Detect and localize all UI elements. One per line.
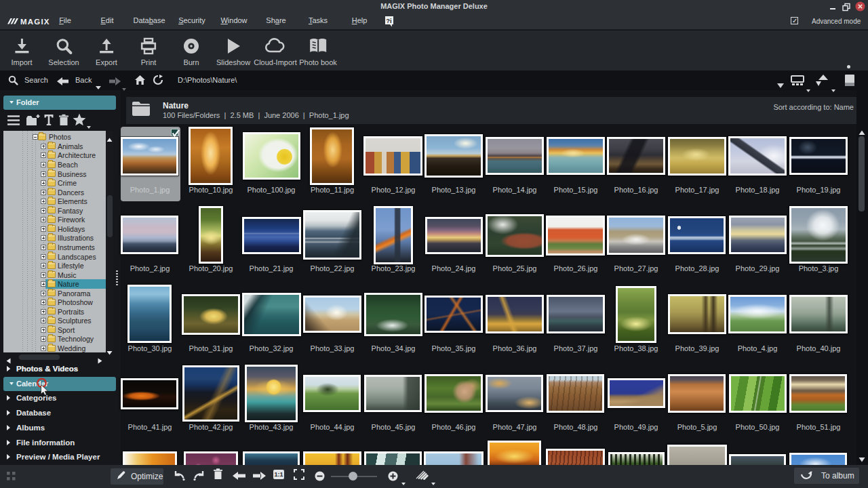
svg-text:?i: ?i bbox=[386, 17, 391, 24]
svg-text:MAGIX: MAGIX bbox=[20, 18, 50, 26]
